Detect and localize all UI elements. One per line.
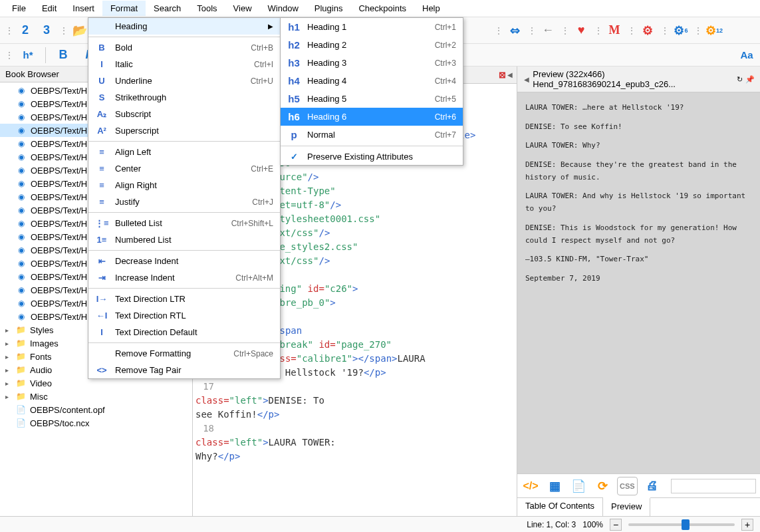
file-icon: 📄 <box>15 404 26 415</box>
edge-icon: ◉ <box>16 285 27 295</box>
heading-menu-item[interactable]: h3Heading 3Ctrl+3 <box>281 54 463 72</box>
format-heading-item[interactable]: Heading▶ <box>88 18 280 35</box>
format-menu-item[interactable]: Remove FormattingCtrl+Space <box>88 345 280 362</box>
menu-file[interactable]: File <box>4 1 34 16</box>
heart-icon[interactable]: ♥ <box>572 21 590 40</box>
menu-view[interactable]: View <box>225 1 260 16</box>
format-menu-item[interactable]: ≡Align Right <box>88 177 280 194</box>
zoom-in-button[interactable]: + <box>741 519 753 531</box>
menu-tools[interactable]: Tools <box>189 1 225 16</box>
tab-toc[interactable]: Table Of Contents <box>517 498 603 516</box>
edge-icon: ◉ <box>16 125 27 136</box>
select-icon[interactable]: ▦ <box>545 477 564 495</box>
menu-insert[interactable]: Insert <box>64 1 102 16</box>
preview-content: LAURA TOWER: …here at Hellstock '19?DENI… <box>517 92 760 473</box>
print-icon[interactable]: 🖨 <box>643 477 662 495</box>
preview-tabs: Table Of Contents Preview <box>517 497 760 516</box>
edge-icon: ◉ <box>16 245 27 255</box>
edge-icon: ◉ <box>16 178 27 189</box>
format-menu-item[interactable]: ⋮≡Bulleted ListCtrl+Shift+L <box>88 215 280 231</box>
close-tab-icon[interactable]: ⊠ <box>499 70 506 80</box>
line-col-status: Line: 1, Col: 3 <box>527 520 576 529</box>
bold-button[interactable]: B <box>54 46 72 65</box>
preview-paragraph: LAURA TOWER: And why is Hellstock '19 so… <box>525 190 752 215</box>
folder-icon: 📁 <box>15 378 26 388</box>
puzzle-blue-icon[interactable]: ⚙6 <box>672 21 690 40</box>
statusbar: Line: 1, Col: 3 100% − + <box>0 516 760 532</box>
menubar: File Edit Insert Format Search Tools Vie… <box>0 0 760 17</box>
menu-checkpoints[interactable]: Checkpoints <box>350 1 414 16</box>
heading-picker[interactable]: h* <box>19 46 37 65</box>
back-icon[interactable]: ← <box>539 21 557 40</box>
format-menu-item[interactable]: ⇥Increase IndentCtrl+Alt+M <box>88 269 280 286</box>
heading-menu-item[interactable]: h4Heading 4Ctrl+4 <box>281 72 463 90</box>
format-menu-item[interactable]: BBoldCtrl+B <box>88 39 280 56</box>
m-icon[interactable]: M <box>605 21 624 40</box>
case-button[interactable]: Aa <box>737 46 756 65</box>
edge-icon: ◉ <box>16 165 27 176</box>
format-menu-item[interactable]: A₂Subscript <box>88 106 280 122</box>
chevron-right-icon: ▸ <box>5 353 9 360</box>
format-menu-item[interactable]: ←IText Direction RTL <box>88 307 280 324</box>
puzzle-red-icon[interactable]: ⚙ <box>638 21 657 40</box>
format-menu-item[interactable]: ≡CenterCtrl+E <box>88 160 280 177</box>
preview-search-input[interactable] <box>671 479 756 493</box>
config-icon[interactable]: ⚙12 <box>705 21 723 40</box>
heading-menu-item[interactable]: h6Heading 6Ctrl+6 <box>281 108 463 126</box>
tool-3-icon[interactable]: 3 <box>37 21 56 40</box>
menu-search[interactable]: Search <box>146 1 189 16</box>
grip-icon: ⋮ <box>4 51 13 60</box>
tab-preview[interactable]: Preview <box>603 497 650 516</box>
grip-icon: ⋮ <box>59 26 68 35</box>
format-menu-item[interactable]: <>Remove Tag Pair <box>88 362 280 378</box>
format-menu-item[interactable]: ≡JustifyCtrl+J <box>88 194 280 210</box>
format-menu-item[interactable]: UUnderlineCtrl+U <box>88 72 280 89</box>
grip-icon: ⋮ <box>4 26 13 35</box>
heading-menu-item[interactable]: h1Heading 1Ctrl+1 <box>281 18 463 36</box>
zoom-out-button[interactable]: − <box>610 519 622 531</box>
preview-toolbar: </> ▦ 📄 ⟳ CSS 🖨 <box>517 473 760 497</box>
menu-plugins[interactable]: Plugins <box>307 1 351 16</box>
heading-menu-item[interactable]: pNormalCtrl+7 <box>281 126 463 144</box>
reload-icon[interactable]: ↻ <box>737 75 743 84</box>
collapse-left-icon[interactable]: ◀ <box>506 71 514 78</box>
refresh-icon[interactable]: ⟳ <box>593 477 612 495</box>
tree-file-item[interactable]: ▸📄OEBPS/content.opf <box>0 403 192 416</box>
preview-title: ◀Preview (322x466) Hend_9781683690214_ep… <box>517 66 760 92</box>
heading-menu-item[interactable]: h2Heading 2Ctrl+2 <box>281 36 463 54</box>
format-menu-item[interactable]: IItalicCtrl+I <box>88 56 280 72</box>
menu-window[interactable]: Window <box>260 1 307 16</box>
format-menu-item[interactable]: IText Direction Default <box>88 324 280 340</box>
preserve-attributes-item[interactable]: ✓ Preserve Existing Attributes <box>281 148 463 165</box>
pin-icon[interactable]: 📌 <box>745 75 755 84</box>
css-icon[interactable]: CSS <box>617 477 638 495</box>
folder-open-icon[interactable]: 📂 <box>70 21 89 40</box>
preview-paragraph: September 7, 2019 <box>525 273 752 285</box>
format-menu-item[interactable]: 1≡Numbered List <box>88 231 280 248</box>
collapse-left-icon[interactable]: ◀ <box>523 76 530 83</box>
folder-icon: 📁 <box>15 338 26 348</box>
tree-file-item[interactable]: ▸📄OEBPS/toc.ncx <box>0 416 192 430</box>
width-icon[interactable]: ⇔ <box>505 21 524 40</box>
grip-icon: ⋮ <box>660 26 669 35</box>
menu-format[interactable]: Format <box>102 1 146 16</box>
tool-2-icon[interactable]: 2 <box>16 21 35 40</box>
format-menu-item[interactable]: SStrikethrough <box>88 89 280 106</box>
zoom-slider[interactable] <box>628 523 735 526</box>
code-view-icon[interactable]: </> <box>521 477 540 495</box>
format-dropdown: Heading▶ BBoldCtrl+BIItalicCtrl+IUUnderl… <box>88 17 281 379</box>
format-menu-item[interactable]: ⇤Decrease Indent <box>88 253 280 269</box>
menu-edit[interactable]: Edit <box>34 1 64 16</box>
copy-icon[interactable]: 📄 <box>569 477 588 495</box>
folder-icon: 📁 <box>15 364 26 375</box>
edge-icon: ◉ <box>16 271 27 282</box>
edge-icon: ◉ <box>16 311 27 322</box>
tree-folder-item[interactable]: ▸📁Misc <box>0 390 192 403</box>
format-menu-item[interactable]: ≡Align Left <box>88 144 280 160</box>
menu-help[interactable]: Help <box>414 1 448 16</box>
format-menu-item[interactable]: A²Superscript <box>88 122 280 139</box>
grip-icon: ⋮ <box>626 26 636 35</box>
edge-icon: ◉ <box>16 112 27 122</box>
format-menu-item[interactable]: I→Text Direction LTR <box>88 291 280 307</box>
heading-menu-item[interactable]: h5Heading 5Ctrl+5 <box>281 90 463 108</box>
